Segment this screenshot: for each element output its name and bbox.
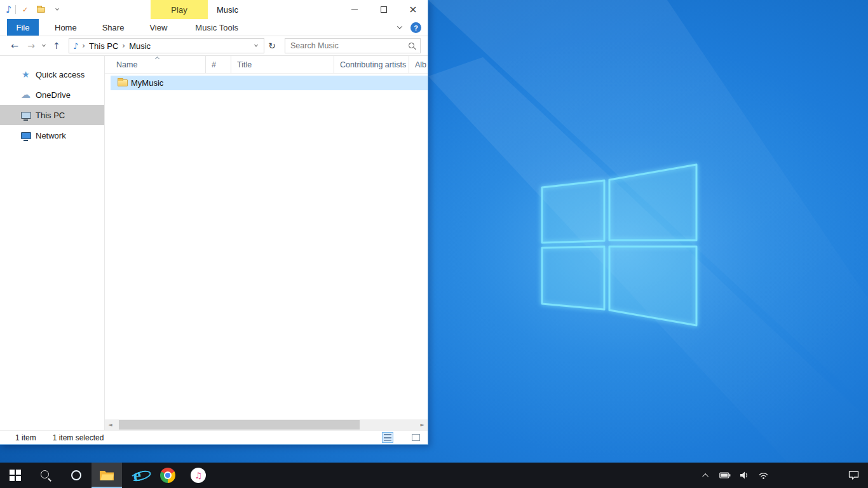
navigation-bar: ← → ↑ ♪ › This PC › Music ↻: [0, 36, 428, 56]
start-button[interactable]: [0, 463, 31, 488]
file-list[interactable]: MyMusic: [105, 74, 428, 419]
close-button[interactable]: ×: [398, 0, 428, 19]
sidebar-item-onedrive[interactable]: ☁ OneDrive: [0, 85, 104, 105]
breadcrumb-music[interactable]: Music: [129, 41, 151, 51]
thumbnail-view-button[interactable]: [410, 432, 421, 443]
window-body: ★ Quick access ☁ OneDrive This PC Networ…: [0, 56, 428, 430]
file-tab[interactable]: File: [7, 19, 39, 36]
address-bar[interactable]: ♪ › This PC › Music: [69, 38, 264, 53]
search-input[interactable]: [290, 41, 408, 50]
navigation-pane: ★ Quick access ☁ OneDrive This PC Networ…: [0, 56, 105, 430]
tray-network-button[interactable]: [756, 463, 770, 488]
quick-access-toolbar: ♪ ✓: [0, 3, 151, 16]
tab-share[interactable]: Share: [93, 19, 134, 36]
back-button[interactable]: ←: [6, 38, 23, 53]
thumbnail-view-icon: [412, 434, 420, 441]
breadcrumb-separator: ›: [122, 41, 125, 50]
column-header-contributing-artists[interactable]: Contributing artists: [334, 56, 409, 73]
qat-customize-button[interactable]: [51, 3, 64, 16]
network-icon: [21, 132, 31, 139]
qat-new-folder-button[interactable]: [35, 3, 48, 16]
tab-view[interactable]: View: [140, 19, 177, 36]
action-center-icon: [848, 470, 859, 480]
search-box[interactable]: [285, 38, 421, 53]
sidebar-item-label: This PC: [36, 111, 65, 120]
item-count: 1 item: [15, 433, 36, 442]
file-row-mymusic[interactable]: MyMusic: [111, 76, 428, 90]
column-header-number[interactable]: #: [206, 56, 231, 73]
sidebar-item-label: Quick access: [36, 70, 85, 79]
column-header-album[interactable]: Alb: [409, 56, 428, 73]
tabrow-spacer: [248, 19, 391, 36]
sidebar-item-this-pc[interactable]: This PC: [0, 105, 104, 125]
scroll-left-arrow[interactable]: ◄: [105, 419, 116, 430]
folder-icon: [37, 7, 45, 13]
chevron-down-icon: [55, 7, 59, 11]
horizontal-scrollbar[interactable]: ◄ ►: [105, 419, 428, 430]
file-name: MyMusic: [131, 78, 163, 88]
taskbar-internet-explorer-button[interactable]: e: [122, 463, 153, 488]
windows-logo-icon: [10, 470, 21, 481]
cloud-icon: ☁: [21, 89, 31, 100]
tray-volume-button[interactable]: [737, 463, 751, 488]
scroll-right-arrow[interactable]: ►: [417, 419, 428, 430]
internet-explorer-icon: e: [133, 467, 141, 484]
titlebar: ♪ ✓ Play Music ×: [0, 0, 428, 19]
qat-separator: [15, 5, 16, 14]
tray-show-hidden-icons-button[interactable]: [699, 463, 713, 488]
column-header-title[interactable]: Title: [231, 56, 334, 73]
tab-music-tools[interactable]: Music Tools: [186, 19, 248, 36]
battery-icon: [719, 471, 731, 480]
taskbar-file-explorer-button[interactable]: [92, 463, 122, 488]
details-view-button[interactable]: [382, 432, 393, 443]
file-explorer-icon: [99, 469, 114, 482]
check-icon: ✓: [22, 6, 28, 14]
tray-battery-button[interactable]: [718, 463, 732, 488]
maximize-button[interactable]: [369, 0, 398, 19]
minimize-icon: [351, 10, 358, 10]
up-button[interactable]: ↑: [48, 38, 65, 53]
taskbar-itunes-button[interactable]: ♫: [183, 463, 214, 488]
taskbar-search-button[interactable]: [31, 463, 61, 488]
qat-properties-button[interactable]: ✓: [19, 3, 32, 16]
maximize-icon: [381, 6, 387, 13]
refresh-button[interactable]: ↻: [264, 38, 280, 53]
chevron-down-icon: [397, 24, 402, 29]
column-label: Contributing artists: [340, 60, 406, 69]
column-header-name[interactable]: Name: [111, 56, 206, 73]
sidebar-item-network[interactable]: Network: [0, 125, 104, 146]
column-label: #: [212, 60, 216, 69]
cortana-button[interactable]: [61, 463, 92, 488]
search-icon[interactable]: [408, 42, 416, 50]
breadcrumb-this-pc[interactable]: This PC: [89, 41, 118, 51]
forward-button[interactable]: →: [23, 38, 39, 53]
column-label: Title: [237, 60, 252, 69]
speaker-icon: [739, 470, 749, 480]
action-center-button[interactable]: [839, 463, 868, 488]
ribbon-collapse-button[interactable]: [391, 19, 408, 36]
recent-locations-button[interactable]: [39, 38, 48, 53]
help-button[interactable]: ?: [410, 22, 421, 33]
star-icon: ★: [22, 69, 30, 79]
scrollbar-track[interactable]: [116, 419, 417, 430]
tab-home[interactable]: Home: [45, 19, 86, 36]
taskbar-chrome-button[interactable]: [153, 463, 183, 488]
address-history-dropdown[interactable]: [250, 39, 262, 53]
chrome-icon: [160, 468, 175, 483]
titlebar-play-tab[interactable]: Play: [151, 0, 208, 19]
music-notes-icon: ♫: [194, 471, 202, 480]
close-icon: ×: [409, 5, 417, 14]
system-tray: [699, 463, 770, 488]
file-list-area: Name # Title Contributing artists Alb: [105, 56, 428, 430]
chevron-up-icon: [702, 473, 709, 479]
chevron-down-icon: [42, 43, 46, 47]
music-note-icon: ♪: [73, 41, 78, 51]
selection-count: 1 item selected: [53, 433, 104, 442]
scrollbar-thumb[interactable]: [119, 420, 360, 430]
status-bar: 1 item 1 item selected: [0, 430, 428, 444]
column-headers: Name # Title Contributing artists Alb: [105, 56, 428, 74]
sidebar-item-quick-access[interactable]: ★ Quick access: [0, 64, 104, 85]
folder-icon: [118, 79, 128, 86]
window-title: Music: [217, 5, 238, 15]
minimize-button[interactable]: [340, 0, 369, 19]
